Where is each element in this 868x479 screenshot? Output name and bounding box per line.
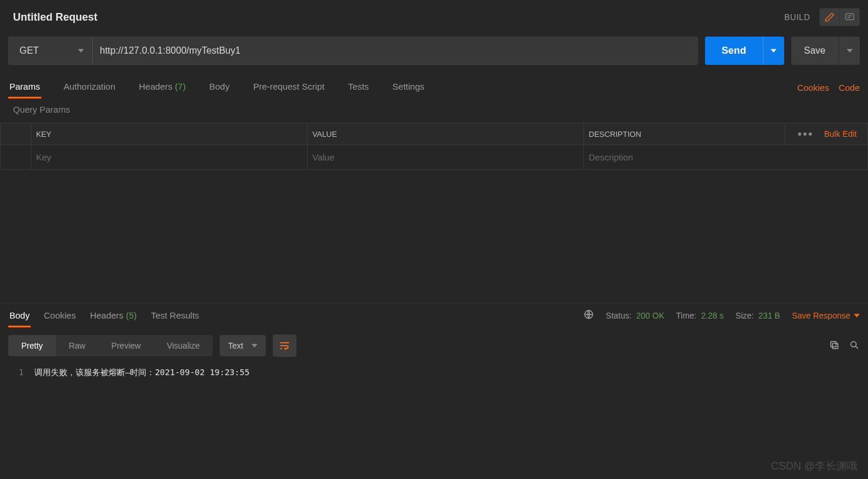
request-tabs: Params Authorization Headers (7) Body Pr…	[8, 78, 426, 97]
send-button[interactable]: Send	[705, 37, 763, 65]
svg-rect-3	[831, 342, 836, 347]
request-row: GET Send Save	[0, 37, 868, 65]
cookies-link[interactable]: Cookies	[797, 83, 829, 93]
pencil-icon	[824, 12, 835, 22]
copy-button[interactable]	[829, 340, 840, 352]
time-label: Time:	[676, 311, 696, 320]
build-label: BUILD	[784, 12, 810, 22]
line-content: 调用失败，该服务被熔断—时间：2021-09-02 19:23:55	[34, 366, 250, 378]
tab-prerequest[interactable]: Pre-request Script	[252, 78, 326, 97]
comments-button[interactable]	[840, 8, 860, 26]
tab-headers[interactable]: Headers (7)	[138, 78, 187, 97]
edit-button[interactable]	[820, 8, 840, 26]
header-actions: BUILD	[784, 8, 860, 26]
chevron-down-icon	[771, 49, 776, 53]
status-value: 200 OK	[637, 311, 664, 320]
method-url-group: GET	[8, 37, 698, 65]
watermark: CSDN @李长渊哦	[771, 459, 857, 473]
response-tab-test-results[interactable]: Test Results	[150, 303, 201, 327]
body-right-icons	[829, 340, 860, 352]
method-select[interactable]: GET	[9, 37, 93, 64]
response-tab-headers-label: Headers	[90, 310, 123, 320]
params-table: KEY VALUE DESCRIPTION ••• Bulk Edit	[0, 123, 868, 170]
send-button-group: Send	[705, 37, 784, 65]
url-input[interactable]	[93, 37, 697, 64]
chevron-down-icon	[252, 344, 257, 347]
header-icon-group	[820, 8, 860, 26]
view-tabs: Pretty Raw Preview Visualize	[8, 335, 213, 356]
svg-rect-0	[846, 14, 854, 20]
query-params-heading: Query Params	[0, 97, 868, 123]
comment-icon	[844, 12, 855, 22]
wrap-icon	[279, 340, 291, 352]
view-tab-raw[interactable]: Raw	[56, 335, 99, 356]
response-section: Body Cookies Headers (5) Test Results St…	[0, 303, 868, 479]
copy-icon	[829, 340, 840, 350]
params-description-header: DESCRIPTION	[584, 123, 785, 145]
chevron-down-icon	[854, 314, 860, 317]
wrap-lines-button[interactable]	[273, 334, 296, 357]
request-tabs-right: Cookies Code	[797, 83, 860, 93]
bulk-edit-link[interactable]: Bulk Edit	[824, 129, 857, 139]
view-tab-pretty[interactable]: Pretty	[8, 335, 56, 356]
response-body: 1 调用失败，该服务被熔断—时间：2021-09-02 19:23:55	[0, 364, 868, 479]
description-input[interactable]	[584, 145, 867, 169]
params-checkbox-header	[1, 123, 31, 145]
search-icon	[849, 340, 860, 350]
tab-tests[interactable]: Tests	[347, 78, 370, 97]
svg-rect-2	[833, 343, 838, 349]
size-label: Size:	[736, 311, 754, 320]
tab-headers-label: Headers	[139, 81, 172, 91]
response-meta: Status: 200 OK Time: 2.28 s Size: 231 B …	[583, 309, 860, 321]
time-value: 2.28 s	[701, 311, 723, 320]
search-button[interactable]	[849, 340, 860, 352]
params-actions-header: ••• Bulk Edit	[785, 123, 868, 145]
view-tab-preview[interactable]: Preview	[99, 335, 154, 356]
save-dropdown[interactable]	[838, 37, 860, 65]
save-button[interactable]: Save	[791, 37, 838, 65]
more-options-icon[interactable]: •••	[798, 130, 814, 137]
tab-body[interactable]: Body	[208, 78, 230, 97]
params-row	[1, 145, 868, 170]
view-tab-visualize[interactable]: Visualize	[154, 335, 213, 356]
tab-settings[interactable]: Settings	[391, 78, 426, 97]
save-response-button[interactable]: Save Response	[792, 311, 860, 320]
format-value: Text	[228, 341, 243, 350]
code-link[interactable]: Code	[838, 83, 860, 93]
chevron-down-icon	[847, 49, 853, 53]
response-tab-body[interactable]: Body	[8, 303, 31, 327]
params-key-header: KEY	[31, 123, 308, 145]
chevron-down-icon	[78, 49, 84, 53]
value-input[interactable]	[308, 145, 583, 169]
status-label: Status:	[606, 311, 632, 320]
request-tabs-row: Params Authorization Headers (7) Body Pr…	[0, 78, 868, 97]
method-value: GET	[19, 45, 39, 56]
response-tab-headers[interactable]: Headers (5)	[89, 303, 138, 327]
save-button-group: Save	[791, 37, 860, 65]
params-value-header: VALUE	[308, 123, 584, 145]
time-meta: Time: 2.28 s	[676, 311, 724, 320]
svg-point-4	[851, 342, 856, 347]
key-input[interactable]	[31, 145, 307, 169]
size-meta: Size: 231 B	[736, 311, 781, 320]
tab-authorization[interactable]: Authorization	[63, 78, 117, 97]
status-meta: Status: 200 OK	[606, 311, 664, 320]
line-number: 1	[8, 366, 34, 378]
body-controls: Pretty Raw Preview Visualize Text	[0, 327, 868, 364]
send-dropdown[interactable]	[763, 37, 784, 65]
response-tabs: Body Cookies Headers (5) Test Results	[8, 303, 200, 327]
header-row: Untitled Request BUILD	[0, 0, 868, 37]
response-tab-headers-count: (5)	[126, 310, 136, 320]
format-select[interactable]: Text	[220, 335, 266, 356]
tab-headers-count: (7)	[175, 81, 185, 91]
globe-icon[interactable]	[583, 309, 594, 321]
response-tab-cookies[interactable]: Cookies	[43, 303, 77, 327]
size-value: 231 B	[759, 311, 781, 320]
save-response-label: Save Response	[792, 311, 850, 320]
response-line: 1 调用失败，该服务被熔断—时间：2021-09-02 19:23:55	[8, 366, 868, 378]
tab-params[interactable]: Params	[8, 78, 41, 97]
request-title: Untitled Request	[13, 11, 97, 24]
response-tabs-row: Body Cookies Headers (5) Test Results St…	[0, 303, 868, 327]
